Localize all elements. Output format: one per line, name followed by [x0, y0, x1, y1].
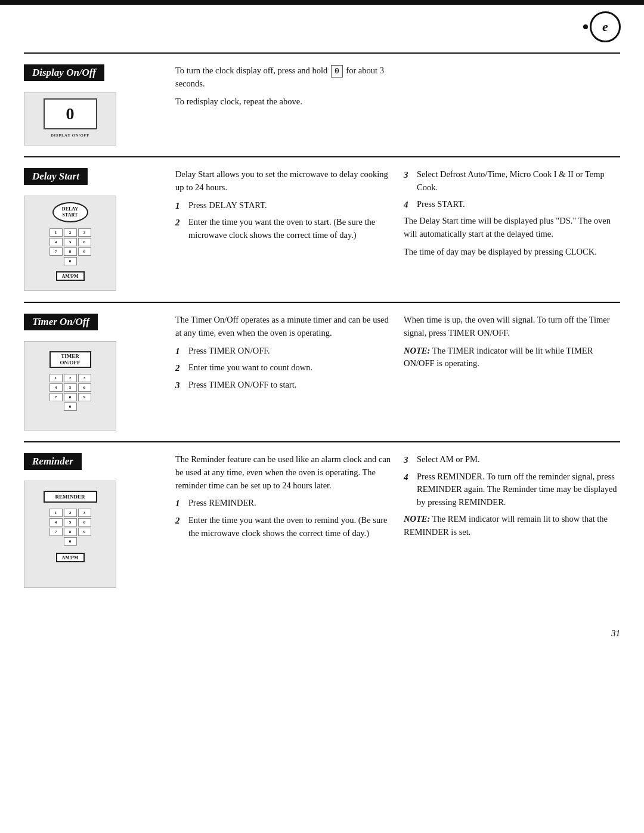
timer-para-1: When time is up, the oven will signal. T…: [404, 314, 620, 340]
key-8: 8: [64, 247, 77, 256]
display-para-2: To redisplay clock, repeat the above.: [175, 95, 392, 109]
text-col-delay-right: 3 Select Defrost Auto/Time, Micro Cook I…: [404, 168, 620, 291]
delay-step-1: 1 Press DELAY START.: [175, 199, 392, 213]
tkey-2: 2: [64, 374, 77, 382]
key-4: 4: [49, 238, 63, 246]
key-7: 7: [49, 247, 63, 256]
key-1: 1: [49, 228, 63, 237]
section-left-timer: Timer On/Off TIMER ON/OFF 1 2 3 4 5 6 7 …: [24, 314, 161, 431]
tkey-5: 5: [64, 383, 77, 392]
tkey-1: 1: [49, 374, 63, 382]
tkey-7: 7: [49, 393, 63, 401]
section-reminder: Reminder REMINDER 1 2 3 4 5 6 7 8 9 0: [24, 441, 620, 599]
text-col-reminder-left: The Reminder feature can be used like an…: [175, 453, 392, 588]
text-col-timer-left: The Timer On/Off operates as a minute ti…: [175, 314, 392, 431]
tkey-9: 9: [78, 393, 91, 401]
ampm-button-reminder: AM/PM: [56, 553, 85, 562]
timer-step-1: 1 Press TIMER ON/OFF.: [175, 345, 392, 358]
reminder-step-2: 2 Enter the time you want the oven to re…: [175, 514, 392, 540]
tkey-8: 8: [64, 393, 77, 401]
tkey-3: 3: [78, 374, 91, 382]
rkey-2: 2: [64, 509, 77, 517]
rkey-8: 8: [64, 528, 77, 536]
section-right-reminder: The Reminder feature can be used like an…: [161, 453, 620, 588]
key-0: 0: [64, 257, 77, 265]
delay-step-4: 4 Press START.: [404, 198, 620, 212]
timer-note: NOTE: The TIMER indicator will be lit wh…: [404, 345, 620, 371]
device-label-display: DISPLAY ON/OFF: [51, 133, 89, 138]
section-right-timer: The Timer On/Off operates as a minute ti…: [161, 314, 620, 431]
logo-circle: e: [590, 11, 621, 42]
logo-area: e: [584, 7, 626, 46]
ampm-button-delay: AM/PM: [56, 271, 85, 281]
rkey-5: 5: [64, 518, 77, 527]
key-2: 2: [64, 228, 77, 237]
section-title-timer: Timer On/Off: [24, 314, 98, 330]
circle-line2: START: [63, 212, 78, 218]
reminder-step-3: 3 Select AM or PM.: [404, 453, 620, 467]
text-col-display-right: [404, 64, 620, 145]
rkey-6: 6: [78, 518, 91, 527]
display-para-1: To turn the clock display off, press and…: [175, 64, 392, 91]
section-right-display: To turn the clock display off, press and…: [161, 64, 620, 145]
key-3: 3: [78, 228, 91, 237]
text-col-delay-left: Delay Start allows you to set the microw…: [175, 168, 392, 291]
top-bar: [0, 0, 644, 5]
section-title-display: Display On/Off: [24, 64, 104, 81]
timer-intro: The Timer On/Off operates as a minute ti…: [175, 314, 392, 340]
device-box-reminder: REMINDER 1 2 3 4 5 6 7 8 9 0 AM/PM: [24, 481, 116, 588]
device-keypad-reminder: 1 2 3 4 5 6 7 8 9 0: [49, 509, 91, 546]
text-col-display-left: To turn the clock display off, press and…: [175, 64, 392, 145]
device-box-delay: DELAY START 1 2 3 4 5 6 7 8 9 0 AM/PM: [24, 196, 116, 291]
section-title-delay: Delay Start: [24, 168, 88, 185]
section-timer-onoff: Timer On/Off TIMER ON/OFF 1 2 3 4 5 6 7 …: [24, 302, 620, 441]
tkey-6: 6: [78, 383, 91, 392]
reminder-step-4: 4 Press REMINDER. To turn off the remind…: [404, 470, 620, 509]
section-delay-start: Delay Start DELAY START 1 2 3 4 5 6 7 8 …: [24, 156, 620, 302]
logo-dot: [583, 24, 588, 29]
tkey-0: 0: [64, 402, 77, 411]
rkey-0: 0: [64, 537, 77, 546]
key-9: 9: [78, 247, 91, 256]
rkey-3: 3: [78, 509, 91, 517]
device-keypad-delay: 1 2 3 4 5 6 7 8 9 0: [49, 228, 91, 265]
rkey-9: 9: [78, 528, 91, 536]
section-left-display: Display On/Off 0 DISPLAY ON/OFF: [24, 64, 161, 145]
rkey-4: 4: [49, 518, 63, 527]
reminder-step-1: 1 Press REMINDER.: [175, 497, 392, 510]
delay-para-2: The time of day may be displayed by pres…: [404, 246, 620, 259]
device-keypad-timer: 1 2 3 4 5 6 7 8 9 0: [49, 374, 91, 411]
delay-para-1: The Delay Start time will be displayed p…: [404, 215, 620, 241]
tkey-4: 4: [49, 383, 63, 392]
delay-step-3: 3 Select Defrost Auto/Time, Micro Cook I…: [404, 168, 620, 194]
text-col-reminder-right: 3 Select AM or PM. 4 Press REMINDER. To …: [404, 453, 620, 588]
reminder-intro: The Reminder feature can be used like an…: [175, 453, 392, 492]
reminder-button: REMINDER: [44, 491, 97, 503]
page-number: 31: [0, 623, 644, 645]
rkey-7: 7: [49, 528, 63, 536]
key-6: 6: [78, 238, 91, 246]
timer-step-2: 2 Enter time you want to count down.: [175, 361, 392, 375]
timer-step-3: 3 Press TIMER ON/OFF to start.: [175, 379, 392, 392]
circle-line1: DELAY: [62, 206, 78, 212]
rkey-1: 1: [49, 509, 63, 517]
section-left-delay: Delay Start DELAY START 1 2 3 4 5 6 7 8 …: [24, 168, 161, 291]
device-box-timer: TIMER ON/OFF 1 2 3 4 5 6 7 8 9 0: [24, 341, 116, 431]
section-title-reminder: Reminder: [24, 453, 82, 470]
timer-button: TIMER ON/OFF: [49, 351, 91, 368]
inline-key-0: 0: [331, 65, 343, 78]
reminder-note: NOTE: The REM indicator will remain lit …: [404, 513, 620, 539]
logo-letter: e: [602, 19, 608, 35]
text-col-timer-right: When time is up, the oven will signal. T…: [404, 314, 620, 431]
section-right-delay: Delay Start allows you to set the microw…: [161, 168, 620, 291]
reminder-label: REMINDER: [55, 494, 85, 500]
key-5: 5: [64, 238, 77, 246]
section-display-onoff: Display On/Off 0 DISPLAY ON/OFF To turn …: [24, 52, 620, 156]
section-left-reminder: Reminder REMINDER 1 2 3 4 5 6 7 8 9 0: [24, 453, 161, 588]
delay-step-2: 2 Enter the time you want the oven to st…: [175, 216, 392, 242]
main-content: Display On/Off 0 DISPLAY ON/OFF To turn …: [0, 5, 644, 623]
device-display-zero: 0: [44, 98, 97, 129]
device-box-display: 0 DISPLAY ON/OFF: [24, 92, 116, 145]
delay-intro: Delay Start allows you to set the microw…: [175, 168, 392, 194]
device-circle-delay: DELAY START: [52, 202, 88, 222]
